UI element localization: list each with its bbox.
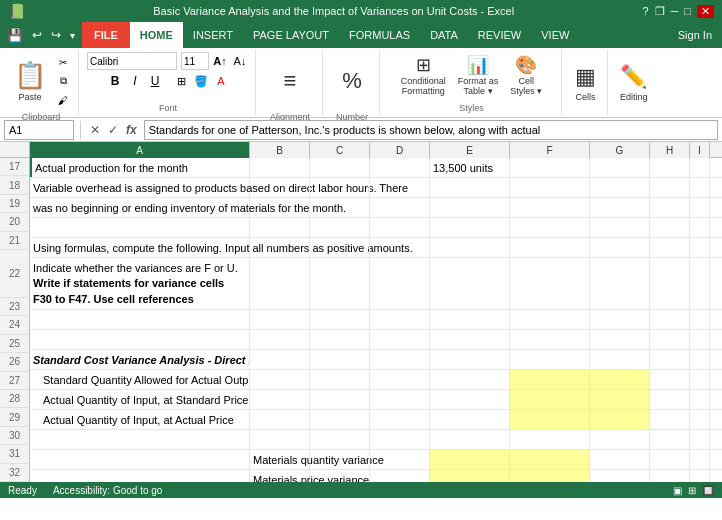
- row-num-21[interactable]: 21: [0, 232, 29, 250]
- tab-insert[interactable]: INSERT: [183, 22, 243, 48]
- cell-e27[interactable]: [430, 390, 510, 409]
- cell-d19[interactable]: [370, 198, 430, 217]
- tab-review[interactable]: REVIEW: [468, 22, 531, 48]
- tab-file[interactable]: FILE: [82, 22, 130, 48]
- cell-c19[interactable]: [310, 198, 370, 217]
- col-header-i[interactable]: I: [690, 142, 710, 158]
- row-num-28[interactable]: 28: [0, 390, 29, 408]
- editing-button[interactable]: ✏️ Editing: [616, 54, 652, 112]
- cell-e22[interactable]: [430, 258, 510, 310]
- tab-view[interactable]: VIEW: [531, 22, 579, 48]
- cell-b24[interactable]: [250, 330, 310, 349]
- font-color-button[interactable]: A: [212, 72, 230, 90]
- cell-g25[interactable]: [590, 350, 650, 369]
- cell-b29[interactable]: [250, 430, 310, 449]
- cell-g30[interactable]: [590, 450, 650, 469]
- cell-c21[interactable]: [310, 238, 370, 257]
- cell-h18[interactable]: [650, 178, 690, 197]
- undo-button[interactable]: ↩: [29, 27, 45, 43]
- cell-b18[interactable]: [250, 178, 310, 197]
- copy-button[interactable]: ⧉: [54, 72, 72, 90]
- col-header-b[interactable]: B: [250, 142, 310, 158]
- cell-e25[interactable]: [430, 350, 510, 369]
- cell-i28[interactable]: [690, 410, 710, 429]
- col-header-e[interactable]: E: [430, 142, 510, 158]
- col-header-h[interactable]: H: [650, 142, 690, 158]
- cell-g23[interactable]: [590, 310, 650, 329]
- cell-h20[interactable]: [650, 218, 690, 237]
- row-num-17[interactable]: 17: [0, 158, 29, 176]
- cell-a17[interactable]: Actual production for the month: [30, 158, 250, 177]
- cell-c30[interactable]: [310, 450, 370, 469]
- col-header-f[interactable]: F: [510, 142, 590, 158]
- cell-h25[interactable]: [650, 350, 690, 369]
- font-size-decrease-button[interactable]: A↓: [231, 52, 249, 70]
- col-header-a[interactable]: A: [30, 142, 250, 158]
- cell-b25[interactable]: [250, 350, 310, 369]
- row-num-20[interactable]: 20: [0, 213, 29, 231]
- col-header-c[interactable]: C: [310, 142, 370, 158]
- cell-h27[interactable]: [650, 390, 690, 409]
- cancel-icon[interactable]: ✕: [87, 122, 103, 138]
- cell-f25[interactable]: [510, 350, 590, 369]
- cell-a24[interactable]: [30, 330, 250, 349]
- bold-button[interactable]: B: [106, 72, 124, 90]
- cell-g19[interactable]: [590, 198, 650, 217]
- cell-i21[interactable]: [690, 238, 710, 257]
- cell-b30[interactable]: Materials quantity variance: [250, 450, 310, 469]
- row-num-31[interactable]: 31: [0, 445, 29, 463]
- cell-f23[interactable]: [510, 310, 590, 329]
- row-num-26[interactable]: 26: [0, 353, 29, 371]
- cell-i18[interactable]: [690, 178, 710, 197]
- cell-a25[interactable]: Standard Cost Variance Analysis - Direct…: [30, 350, 250, 369]
- cells-button[interactable]: ▦ Cells: [571, 54, 600, 112]
- cell-d23[interactable]: [370, 310, 430, 329]
- row-num-22[interactable]: 22: [0, 250, 29, 298]
- cell-c22[interactable]: [310, 258, 370, 310]
- cell-d29[interactable]: [370, 430, 430, 449]
- cell-f21[interactable]: [510, 238, 590, 257]
- cell-i22[interactable]: [690, 258, 710, 310]
- function-icon[interactable]: fx: [123, 122, 140, 138]
- tab-data[interactable]: DATA: [420, 22, 468, 48]
- cell-c18[interactable]: [310, 178, 370, 197]
- cell-c27[interactable]: [310, 390, 370, 409]
- cell-f18[interactable]: [510, 178, 590, 197]
- redo-button[interactable]: ↪: [48, 27, 64, 43]
- fill-color-button[interactable]: 🪣: [192, 72, 210, 90]
- cell-i26[interactable]: [690, 370, 710, 389]
- cell-b21[interactable]: [250, 238, 310, 257]
- cell-e19[interactable]: [430, 198, 510, 217]
- cell-h23[interactable]: [650, 310, 690, 329]
- row-num-19[interactable]: 19: [0, 195, 29, 213]
- row-num-18[interactable]: 18: [0, 176, 29, 194]
- row-num-30[interactable]: 30: [0, 427, 29, 445]
- cell-d17[interactable]: [370, 158, 430, 177]
- cell-i30[interactable]: [690, 450, 710, 469]
- page-layout-view-button[interactable]: ⊞: [688, 485, 696, 496]
- cell-f22[interactable]: [510, 258, 590, 310]
- confirm-icon[interactable]: ✓: [105, 122, 121, 138]
- cell-e28[interactable]: [430, 410, 510, 429]
- cell-e21[interactable]: [430, 238, 510, 257]
- row-num-25[interactable]: 25: [0, 335, 29, 353]
- font-name-input[interactable]: [87, 52, 177, 70]
- cell-a27[interactable]: Actual Quantity of Input, at Standard Pr…: [30, 390, 250, 409]
- cell-h26[interactable]: [650, 370, 690, 389]
- cell-a30[interactable]: [30, 450, 250, 469]
- cell-g28[interactable]: [590, 410, 650, 429]
- format-painter-button[interactable]: 🖌: [54, 91, 72, 109]
- cell-e23[interactable]: [430, 310, 510, 329]
- col-header-g[interactable]: G: [590, 142, 650, 158]
- cell-f20[interactable]: [510, 218, 590, 237]
- formula-input[interactable]: [144, 120, 718, 140]
- cell-h30[interactable]: [650, 450, 690, 469]
- italic-button[interactable]: I: [126, 72, 144, 90]
- cell-i17[interactable]: [690, 158, 710, 177]
- alignment-button[interactable]: ≡: [280, 52, 301, 110]
- cell-e29[interactable]: [430, 430, 510, 449]
- row-num-29[interactable]: 29: [0, 408, 29, 426]
- cell-a26[interactable]: Standard Quantity Allowed for Actual Out…: [30, 370, 250, 389]
- cell-h24[interactable]: [650, 330, 690, 349]
- restore-icon[interactable]: ❐: [655, 5, 665, 18]
